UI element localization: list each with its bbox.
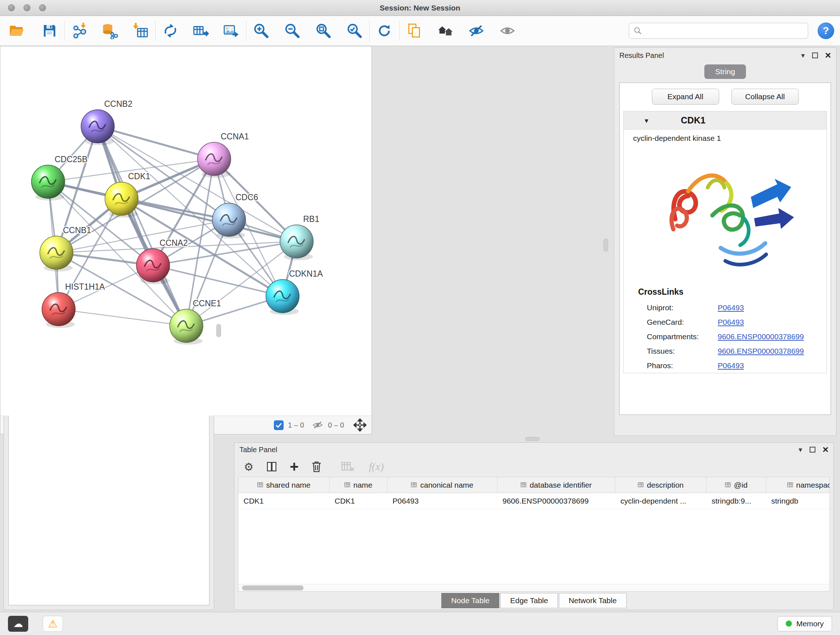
save-session-button[interactable] (39, 20, 60, 41)
tab-node-table[interactable]: Node Table (441, 593, 499, 608)
search-box[interactable] (629, 23, 808, 39)
network-node-cdc25b[interactable] (32, 165, 65, 201)
scrollbar-thumb[interactable] (242, 585, 303, 591)
network-node-rb1[interactable] (280, 225, 313, 260)
import-network-icon (71, 22, 88, 39)
network-graph[interactable]: CCNB2CCNA1CDC25BCDK1CDC6RB1CCNB1CCNA2CDK… (0, 46, 371, 414)
gene-section-header[interactable]: ▾ CDK1 (624, 111, 827, 130)
table-cell[interactable]: stringdb:9... (706, 493, 766, 509)
gene-section: ▾ CDK1 cyclin-dependent kinase 1 (623, 111, 827, 373)
memory-status-dot (786, 621, 792, 627)
zoom-selected-button[interactable] (344, 20, 365, 41)
close-panel-icon[interactable]: × (823, 445, 829, 455)
export-table-button[interactable] (190, 20, 211, 41)
splitter-handle[interactable] (603, 239, 608, 252)
table-settings-gear-icon[interactable]: ⚙ (244, 461, 254, 473)
column-header-canonical-name[interactable]: canonical name (387, 477, 497, 493)
panel-menu-icon[interactable]: ▾ (799, 445, 802, 454)
selected-checkbox-icon[interactable] (274, 420, 284, 430)
gene-description: cyclin-dependent kinase 1 (624, 130, 827, 143)
zoom-in-button[interactable] (251, 20, 272, 41)
zoom-out-button[interactable] (282, 20, 303, 41)
clone-network-button[interactable] (160, 20, 181, 41)
crosslink-row: Pharos:P06493 (624, 358, 827, 373)
crosslink-link[interactable]: P06493 (718, 318, 744, 326)
crosslink-link[interactable]: 9606.ENSP00000378699 (718, 347, 804, 356)
panel-menu-icon[interactable]: ▾ (801, 51, 805, 60)
float-panel-icon[interactable] (812, 52, 818, 58)
table-cell[interactable]: P06493 (387, 493, 497, 509)
help-button[interactable]: ? (818, 22, 834, 39)
network-node-hist1h1a[interactable] (42, 293, 75, 328)
search-input[interactable] (645, 27, 804, 35)
import-table-button[interactable] (130, 20, 151, 41)
database-import-icon (102, 22, 118, 39)
node-label: CCNA2 (159, 238, 188, 248)
column-header-name[interactable]: name (330, 477, 387, 493)
column-header-namespace[interactable]: namespace (766, 477, 830, 493)
crosslink-link[interactable]: P06493 (718, 361, 744, 370)
close-window-button[interactable] (8, 4, 15, 11)
cloud-status-button[interactable]: ☁ (8, 616, 28, 632)
zoom-window-button[interactable] (39, 4, 46, 11)
node-label: CDC25B (55, 155, 88, 164)
apply-layout-button[interactable] (374, 20, 395, 41)
table-row[interactable]: CDK1CDK1P064939606.ENSP00000378699cyclin… (238, 493, 829, 509)
column-header--id[interactable]: @id (706, 477, 766, 493)
network-canvas[interactable]: CCNB2CCNA1CDC25BCDK1CDC6RB1CCNB1CCNA2CDK… (0, 46, 371, 416)
network-node-ccna1[interactable] (197, 142, 231, 178)
tab-string[interactable]: String (704, 65, 746, 79)
open-session-button[interactable] (6, 20, 27, 41)
fit-content-crosshair-icon[interactable] (354, 418, 366, 432)
crosslink-label: GeneCard: (647, 318, 718, 326)
crosslink-link[interactable]: 9606.ENSP00000378699 (718, 333, 804, 341)
table-cell[interactable]: CDK1 (238, 493, 330, 509)
network-node-cdk1[interactable] (105, 182, 138, 218)
table-cell[interactable]: 9606.ENSP00000378699 (497, 493, 615, 509)
import-network-database-button[interactable] (99, 20, 120, 41)
titlebar: Session: New Session (0, 0, 840, 16)
column-header-database-identifier[interactable]: database identifier (497, 477, 615, 493)
tab-edge-table[interactable]: Edge Table (500, 593, 558, 608)
table-cell[interactable]: cyclin-dependent ... (615, 493, 706, 509)
warnings-button[interactable]: ⚠ (43, 616, 63, 632)
show-all-button[interactable] (497, 20, 518, 41)
crosslinks-list: Uniprot:P06493GeneCard:P06493Compartment… (624, 301, 827, 373)
tab-network-table[interactable]: Network Table (559, 593, 627, 608)
memory-button[interactable]: Memory (777, 616, 832, 631)
hidden-counts: 0 – 0 (328, 421, 344, 429)
show-columns-icon[interactable] (266, 461, 278, 472)
section-caret-icon[interactable]: ▾ (624, 116, 648, 125)
column-header-description[interactable]: description (615, 477, 706, 493)
network-edge[interactable] (58, 309, 186, 326)
splitter-handle[interactable] (216, 324, 221, 337)
network-node-cdkn1a[interactable] (266, 279, 299, 315)
network-node-ccnb1[interactable] (40, 236, 73, 272)
table-panel-tabs: Node TableEdge TableNetwork Table (234, 592, 834, 610)
add-column-icon[interactable]: + (290, 459, 299, 474)
delete-column-trash-icon[interactable] (311, 460, 322, 473)
table-cell[interactable]: stringdb (766, 493, 830, 509)
home-button[interactable] (435, 20, 456, 41)
hide-selected-button[interactable] (466, 20, 487, 41)
crosslink-link[interactable]: P06493 (718, 303, 744, 312)
network-node-ccne1[interactable] (170, 309, 203, 345)
zoom-fit-button[interactable] (313, 20, 334, 41)
results-panel-title: Results Panel (619, 51, 664, 60)
import-network-file-button[interactable] (69, 20, 90, 41)
hidden-eye-slash-icon[interactable] (312, 419, 324, 431)
expand-all-button[interactable]: Expand All (652, 89, 719, 105)
close-panel-icon[interactable]: × (825, 50, 831, 60)
export-image-button[interactable] (221, 20, 242, 41)
table-cell[interactable]: CDK1 (330, 493, 387, 509)
splitter-handle[interactable] (525, 437, 540, 441)
collapse-all-button[interactable]: Collapse All (731, 89, 799, 105)
network-edge[interactable] (153, 265, 283, 296)
column-header-shared-name[interactable]: shared name (238, 477, 330, 493)
network-node-cdc6[interactable] (212, 203, 246, 239)
float-panel-icon[interactable] (810, 447, 815, 453)
network-edge[interactable] (98, 126, 186, 326)
horizontal-scrollbar[interactable] (238, 584, 829, 591)
minimize-window-button[interactable] (24, 4, 30, 11)
copy-button[interactable] (404, 20, 425, 41)
